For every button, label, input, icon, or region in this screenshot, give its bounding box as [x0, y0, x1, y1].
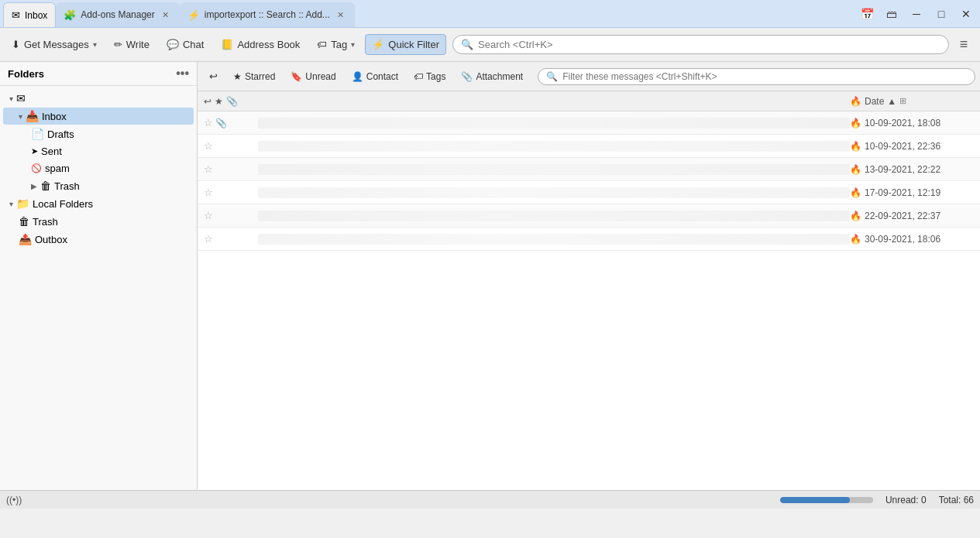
sidebar-item-spam[interactable]: 🚫 spam: [3, 160, 194, 176]
star-icon-4[interactable]: ☆: [204, 187, 213, 198]
get-messages-dropdown-icon[interactable]: ▾: [93, 40, 97, 49]
msg-content-3: [258, 164, 850, 175]
msg-content-5: [258, 211, 850, 221]
sidebar-item-sent[interactable]: ➤ Sent: [3, 143, 194, 159]
sidebar-item-outbox[interactable]: 📤 Outbox: [3, 231, 194, 248]
header-thread-icon[interactable]: ↩: [204, 96, 211, 107]
tab-inbox-label: Inbox: [25, 10, 47, 21]
unread-filter-button[interactable]: 🔖 Unread: [284, 67, 342, 86]
address-book-button[interactable]: 📒 Address Book: [214, 34, 307, 55]
header-star-icon[interactable]: ★: [215, 96, 223, 107]
thread-icon: ↩: [209, 70, 218, 82]
local-folders-icon: 📁: [16, 197, 29, 210]
filter-search-input[interactable]: [562, 71, 967, 82]
msg-icons-6: ☆: [204, 233, 258, 245]
star-icon-1[interactable]: ☆: [204, 117, 213, 129]
card-icon-btn[interactable]: 🗃: [881, 3, 903, 25]
outbox-icon: 📤: [19, 233, 32, 245]
local-folders-chevron-icon: ▾: [9, 200, 13, 208]
sidebar-item-inbox[interactable]: ▾ 📥 Inbox: [3, 108, 194, 125]
tab-importexport-close[interactable]: ✕: [335, 9, 347, 21]
thread-filter-button[interactable]: ↩: [202, 67, 225, 86]
tab-importexport[interactable]: ⚡ importexport :: Search :: Add... ✕: [180, 2, 355, 27]
quick-filter-button[interactable]: ⚡ Quick Filter: [365, 34, 446, 55]
chat-button[interactable]: 💬 Chat: [160, 34, 211, 55]
folder-tree: ▾ ✉ ▾ 📥 Inbox 📄 Drafts ➤ Sent 🚫: [0, 86, 197, 252]
sidebar-inbox-label: Inbox: [42, 111, 67, 122]
msg-date-text-5: 22-09-2021, 22:37: [865, 211, 940, 221]
tab-addons-close[interactable]: ✕: [160, 9, 172, 21]
sidebar-header: Folders •••: [0, 62, 197, 86]
contact-filter-button[interactable]: 👤 Contact: [345, 67, 405, 86]
tab-addons-label: Add-ons Manager: [81, 9, 154, 20]
msg-content-6: [258, 234, 850, 245]
msg-date-text-2: 10-09-2021, 22:36: [865, 141, 940, 152]
maximize-button[interactable]: □: [930, 3, 952, 25]
date-label: Date: [865, 96, 884, 107]
msg-date-text-3: 13-09-2021, 22:22: [865, 164, 940, 175]
sidebar-item-drafts[interactable]: 📄 Drafts: [3, 125, 194, 142]
trash-folder-icon: 🗑: [40, 180, 51, 192]
msg-content-1: [258, 118, 850, 129]
tag-button[interactable]: 🏷 Tag ▾: [310, 34, 362, 55]
calendar-icon-btn[interactable]: 📅: [856, 3, 878, 25]
paperclip-icon-1: 📎: [215, 118, 227, 129]
inbox-tab-icon: ✉: [12, 9, 20, 21]
flame-sort-icon: 🔥: [850, 96, 861, 107]
msg-flame-6: 🔥: [850, 234, 861, 245]
table-row[interactable]: ☆ 🔥 22-09-2021, 22:37: [198, 204, 980, 228]
table-row[interactable]: ☆ 🔥 13-09-2021, 22:22: [198, 158, 980, 181]
star-icon-3[interactable]: ☆: [204, 163, 213, 175]
tab-inbox[interactable]: ✉ Inbox: [3, 2, 56, 27]
tab-addons[interactable]: 🧩 Add-ons Manager ✕: [56, 2, 179, 27]
header-date-col[interactable]: 🔥 Date ▲ ⊞: [850, 96, 974, 107]
starred-label: Starred: [245, 71, 275, 82]
inbox-folder-icon: 📥: [26, 110, 39, 122]
msg-date-text-4: 17-09-2021, 12:19: [865, 187, 940, 198]
write-icon: ✏: [114, 39, 122, 50]
tab-importexport-label: importexport :: Search :: Add...: [205, 9, 330, 20]
sidebar-outbox-label: Outbox: [35, 234, 67, 245]
toolbar: ⬇ Get Messages ▾ ✏ Write 💬 Chat 📒 Addres…: [0, 28, 980, 62]
quick-filter-icon: ⚡: [372, 39, 384, 50]
sidebar-more-button[interactable]: •••: [176, 67, 189, 81]
msg-flame-4: 🔥: [850, 187, 861, 198]
tags-filter-button[interactable]: 🏷 Tags: [407, 67, 452, 86]
close-button[interactable]: ✕: [955, 3, 977, 25]
sidebar-item-account[interactable]: ▾ ✉: [3, 90, 194, 107]
message-area: ↩ ★ Starred 🔖 Unread 👤 Contact 🏷 Tags: [198, 62, 980, 490]
progress-bar-container: [780, 497, 873, 503]
wifi-icon: ((•)): [6, 495, 22, 505]
filter-search-icon: 🔍: [546, 71, 558, 82]
get-messages-button[interactable]: ⬇ Get Messages ▾: [5, 34, 104, 55]
table-row[interactable]: ☆ 🔥 17-09-2021, 12:19: [198, 181, 980, 204]
write-button[interactable]: ✏ Write: [107, 34, 156, 55]
table-row[interactable]: ☆ 🔥 30-09-2021, 18:06: [198, 228, 980, 251]
msg-date-1: 🔥 10-09-2021, 18:08: [850, 118, 974, 129]
table-row[interactable]: ☆ 📎 🔥 10-09-2021, 18:08: [198, 111, 980, 135]
star-icon-2[interactable]: ☆: [204, 140, 213, 152]
filter-search-box[interactable]: 🔍: [538, 68, 975, 85]
attachment-label: Attachment: [476, 71, 523, 82]
inbox-chevron-icon: ▾: [19, 112, 22, 121]
star-icon-6[interactable]: ☆: [204, 233, 213, 245]
hamburger-menu-button[interactable]: ≡: [952, 33, 975, 57]
attachment-filter-button[interactable]: 📎 Attachment: [454, 67, 530, 86]
minimize-button[interactable]: ─: [906, 3, 927, 25]
starred-filter-button[interactable]: ★ Starred: [226, 67, 282, 86]
tag-dropdown-icon[interactable]: ▾: [351, 40, 355, 49]
star-icon-5[interactable]: ☆: [204, 210, 213, 221]
header-icons-col: ↩ ★ 📎: [204, 96, 258, 107]
table-row[interactable]: ☆ 🔥 10-09-2021, 22:36: [198, 135, 980, 158]
sidebar-item-trash[interactable]: ▶ 🗑 Trash: [3, 177, 194, 194]
msg-date-3: 🔥 13-09-2021, 22:22: [850, 164, 974, 175]
title-bar: ✉ Inbox 🧩 Add-ons Manager ✕ ⚡ importexpo…: [0, 0, 980, 28]
header-attach-icon[interactable]: 📎: [226, 96, 238, 107]
sidebar-item-local-folders[interactable]: ▾ 📁 Local Folders: [3, 195, 194, 212]
search-box[interactable]: 🔍: [452, 35, 949, 54]
window-controls: 📅 🗃 ─ □ ✕: [856, 3, 977, 25]
quick-filter-label: Quick Filter: [388, 39, 439, 50]
trash-chevron-icon: ▶: [31, 182, 37, 190]
search-input[interactable]: [478, 39, 940, 50]
sidebar-item-local-trash[interactable]: 🗑 Trash: [3, 213, 194, 230]
